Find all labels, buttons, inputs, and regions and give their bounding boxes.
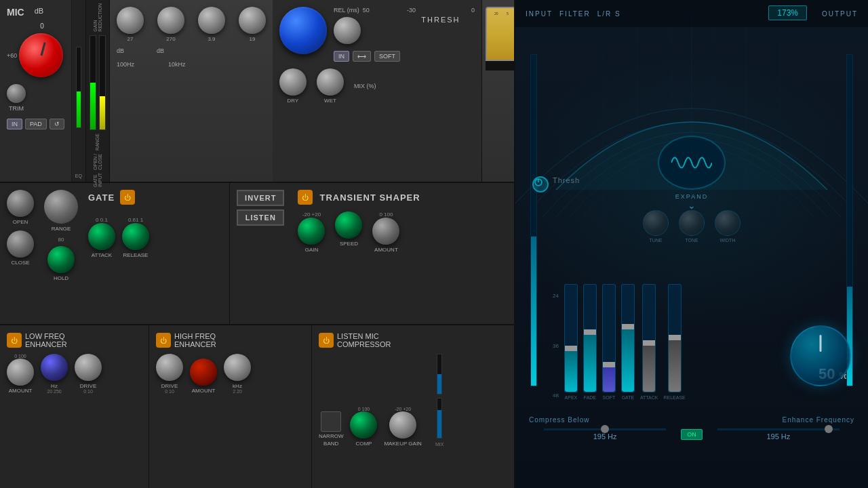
slider-apex-track[interactable] (564, 284, 578, 392)
rel-knob[interactable] (334, 17, 361, 44)
attack-knob[interactable] (88, 223, 115, 250)
open-knob[interactable] (7, 190, 34, 217)
hf-drive-knob[interactable] (156, 354, 183, 381)
lmc-makeup-label: MAKEUP GAIN (384, 441, 421, 447)
rp-power-button[interactable] (532, 176, 549, 192)
10khz-label: 10kHz (168, 61, 186, 68)
gate-power-button[interactable]: ⏻ (120, 190, 135, 205)
left-meter-fill (531, 237, 536, 386)
narrow-band-container: NARROW BAND (319, 411, 343, 447)
slider-soft-thumb[interactable] (602, 362, 616, 367)
slider-gate-thumb[interactable] (621, 324, 635, 329)
slider-gate-fill (622, 327, 634, 392)
rp-knob-tone[interactable] (679, 210, 705, 236)
vu-scale: 20 5 3 1 0 +3 (490, 12, 515, 16)
slider-apex-thumb[interactable] (564, 346, 578, 351)
slider-fade-thumb[interactable] (583, 329, 597, 335)
rp-hz-row: 195 Hz ON 195 Hz (529, 428, 854, 441)
rp-knob-tune[interactable] (643, 210, 669, 236)
enhance-hz-track[interactable] (717, 428, 840, 430)
hf-title2: ENHANCER (174, 340, 216, 348)
rp-knob-width[interactable] (715, 210, 741, 236)
rel-row: REL (ms) 50 (334, 7, 400, 14)
lmc-comp-knob[interactable] (350, 411, 377, 439)
lf-drive-knob[interactable] (75, 354, 102, 381)
transient-title: TRANSIENT SHAPER (319, 192, 420, 203)
mic-gain-knob[interactable] (19, 33, 63, 77)
lmc-makeup-knob[interactable] (389, 411, 416, 439)
chevron-down-icon: ⌄ (688, 200, 696, 211)
ts-speed-knob[interactable] (335, 211, 362, 239)
pad-button[interactable]: PAD (25, 119, 47, 129)
knob-270-label: 270 (166, 36, 175, 42)
transient-section: INVERT LISTEN ⏻ TRANSIENT SHAPER -20 +20 (230, 183, 514, 324)
trim-knob[interactable] (7, 84, 26, 103)
eq-knob-4[interactable] (239, 7, 266, 34)
lf-drive-label: DRIVE (80, 383, 96, 389)
release-label: RELEASE (123, 252, 149, 258)
rp-lr-label: L/R S (597, 10, 621, 18)
mix-label-lmc: MIX (435, 442, 443, 447)
compress-hz-track[interactable] (544, 428, 666, 430)
slider-release-track[interactable] (668, 284, 682, 392)
slider-gate-track[interactable] (621, 284, 635, 392)
eq-db2: dB (157, 47, 164, 54)
narrow-band-button[interactable] (321, 411, 341, 432)
rp-small-knobs: TUNE TONE WIDTH (643, 210, 741, 243)
lf-amount-container: 0 100 AMOUNT (7, 354, 34, 394)
ts-amount-knob[interactable] (372, 218, 399, 245)
range-knob[interactable] (44, 190, 78, 224)
lf-hz-knob[interactable] (41, 354, 68, 381)
vu-tick-1: 20 (494, 12, 498, 16)
lf-header: ⏻ LOW FREQ ENHANCER (7, 332, 142, 348)
lf-power-button[interactable]: ⏻ (7, 333, 22, 348)
eq-knob-1[interactable] (117, 7, 144, 34)
lf-amount-knob[interactable] (7, 359, 34, 386)
hf-amount-knob[interactable] (190, 359, 217, 386)
close-knob[interactable] (7, 230, 34, 258)
slider-attack-thumb[interactable] (642, 340, 656, 346)
phase-button[interactable]: ↺ (50, 119, 64, 129)
hf-khz-knob[interactable] (224, 354, 251, 381)
ts-gain-knob[interactable] (298, 218, 325, 245)
enhance-hz-thumb[interactable] (825, 425, 833, 433)
hf-enhancer: ⏻ HIGH FREQ ENHANCER DRIVE 0 10 AMOUNT (149, 325, 312, 488)
lmc-makeup-range: -20 +20 (395, 407, 411, 411)
scale-24: 24 (553, 293, 559, 299)
gate-section: OPEN CLOSE RANGE 80 (0, 183, 230, 324)
rp-knob-tone-label: TONE (685, 238, 698, 243)
hold-knob[interactable] (47, 246, 75, 273)
dry-wet-mix-container: MIX (435, 354, 443, 447)
eq-knob-3[interactable] (198, 7, 225, 34)
comp-mode-button[interactable]: ⟷ (353, 51, 371, 62)
slider-fade-track[interactable] (583, 284, 597, 392)
slider-soft-track[interactable] (602, 284, 616, 392)
lmc-power-button[interactable]: ⏻ (319, 333, 334, 348)
lmc-title2: COMPRESSOR (337, 340, 391, 348)
slider-fade: FADE (583, 284, 597, 400)
wet-knob[interactable] (317, 68, 344, 96)
comp-soft-button[interactable]: SOFT (374, 51, 400, 62)
left-side-meter (530, 54, 537, 386)
thresh-zero: 0 (471, 7, 475, 14)
slider-release-thumb[interactable] (668, 335, 682, 340)
compress-hz-thumb[interactable] (601, 425, 609, 433)
listen-button[interactable]: LISTEN (237, 209, 284, 226)
thresh-knob-main[interactable] (279, 7, 327, 54)
comp-in-button[interactable]: IN (334, 51, 349, 62)
in-button[interactable]: IN (7, 119, 22, 129)
hf-power-button[interactable]: ⏻ (156, 333, 171, 348)
rp-large-knob[interactable] (790, 325, 851, 386)
transient-power-button[interactable]: ⏻ (298, 190, 313, 205)
knob-270: 270 (157, 7, 184, 42)
invert-button[interactable]: INVERT (237, 190, 284, 206)
slider-attack-track[interactable] (642, 284, 656, 392)
eq-knob-2[interactable] (157, 7, 184, 34)
release-knob-container: 0.61 1 RELEASE (122, 217, 149, 258)
release-knob[interactable] (122, 223, 149, 250)
hf-header: ⏻ HIGH FREQ ENHANCER (156, 332, 304, 348)
dry-knob[interactable] (279, 68, 307, 96)
gate-input-label: GATE INPUT (93, 173, 102, 187)
rp-on-button[interactable]: ON (681, 429, 703, 440)
eq-section-left: EQ (72, 0, 86, 182)
